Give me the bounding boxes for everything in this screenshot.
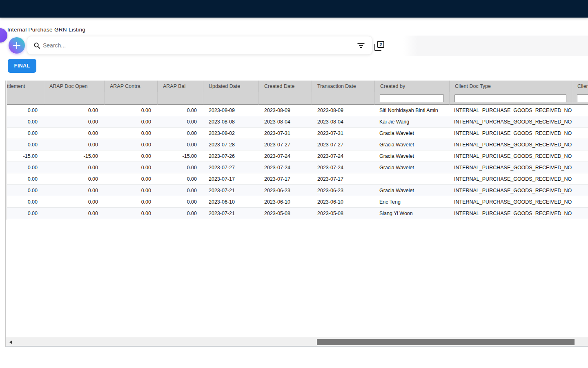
cell-arap-bal: 0.00 (157, 173, 203, 185)
cell-updated-date: 2023-07-26 (203, 150, 258, 162)
filter-2-icon[interactable]: 2 (374, 41, 384, 51)
cell-arap-contra: 0.00 (104, 162, 157, 173)
add-record-button[interactable] (9, 37, 25, 54)
filter-cell (157, 92, 203, 105)
cell-arap-doc-open: 0.00 (44, 185, 104, 196)
final-status-button[interactable]: FINAL (8, 59, 36, 73)
column-header[interactable]: Client Doc Type (449, 81, 572, 92)
top-navigation-bar (0, 0, 588, 18)
cell-created-by: Siti Norhidayah Binti Amin (374, 105, 449, 116)
column-header[interactable]: ARAP Doc Open (44, 81, 104, 92)
cell-settlement: 0.00 (7, 185, 44, 196)
filter-cell (449, 92, 572, 105)
cell-created-date: 2023-08-09 (258, 105, 312, 116)
table-row[interactable]: 0.00 0.00 0.00 0.00 2023-07-27 2023-07-2… (7, 162, 588, 173)
cell-client-doc-type: INTERNAL_PURCHASE_GOODS_RECEIVED_NOTE (449, 150, 572, 162)
filter-input-client[interactable] (577, 94, 588, 102)
cell-client (572, 116, 588, 128)
cell-client (572, 196, 588, 208)
cell-client (572, 150, 588, 162)
column-header[interactable]: Created by (374, 81, 449, 92)
cell-arap-bal: 0.00 (157, 139, 203, 150)
cell-settlement: 0.00 (7, 139, 44, 150)
cell-created-date: 2023-07-17 (258, 173, 312, 185)
cell-arap-doc-open: 0.00 (44, 105, 104, 116)
plus-icon (16, 42, 17, 49)
table-row[interactable]: -15.00 -15.00 0.00 -15.00 2023-07-26 202… (7, 150, 588, 162)
filter-cell (258, 92, 312, 105)
cell-client-doc-type: INTERNAL_PURCHASE_GOODS_RECEIVED_NOTE (449, 116, 572, 128)
cell-transaction-date: 2023-07-27 (312, 139, 374, 150)
cell-created-date: 2023-06-23 (258, 185, 312, 196)
filter-input-client-doc-type[interactable] (454, 94, 566, 102)
cell-settlement: -15.00 (7, 150, 44, 162)
cell-client (572, 173, 588, 185)
cell-created-by: Gracia Wavelet (374, 150, 449, 162)
cell-arap-contra: 0.00 (104, 116, 157, 128)
cell-updated-date: 2023-08-09 (203, 105, 258, 116)
column-header[interactable]: ARAP Contra (104, 81, 157, 92)
cell-transaction-date: 2023-06-23 (312, 185, 374, 196)
search-box[interactable] (27, 36, 372, 55)
table-row[interactable]: 0.00 0.00 0.00 0.00 2023-08-02 2023-07-3… (7, 128, 588, 139)
side-floating-button[interactable] (0, 28, 7, 43)
cell-updated-date: 2023-08-08 (203, 116, 258, 128)
column-header[interactable]: Transaction Date (312, 81, 374, 92)
cell-client-doc-type: INTERNAL_PURCHASE_GOODS_RECEIVED_NOTE (449, 185, 572, 196)
cell-arap-contra: 0.00 (104, 185, 157, 196)
filter-cell (44, 92, 104, 105)
table-row[interactable]: 0.00 0.00 0.00 0.00 2023-07-17 2023-07-1… (7, 173, 588, 185)
cell-client-doc-type: INTERNAL_PURCHASE_GOODS_RECEIVED_NOTE (449, 162, 572, 173)
cell-arap-bal: 0.00 (157, 105, 203, 116)
cell-arap-contra: 0.00 (104, 128, 157, 139)
filter-cell (374, 92, 449, 105)
column-header[interactable]: Client (572, 81, 588, 92)
horizontal-scrollbar[interactable] (6, 337, 588, 347)
cell-client (572, 208, 588, 219)
grid-body: 0.00 0.00 0.00 0.00 2023-08-09 2023-08-0… (7, 105, 588, 219)
column-header[interactable]: ttlement (7, 81, 44, 92)
cell-client (572, 185, 588, 196)
grid-filter-row (7, 92, 588, 105)
cell-client-doc-type: INTERNAL_PURCHASE_GOODS_RECEIVED_NOTE (449, 105, 572, 116)
cell-created-by (374, 173, 449, 185)
cell-arap-bal: -15.00 (157, 150, 203, 162)
front-sheet-icon: 2 (377, 41, 384, 48)
cell-created-date: 2023-05-08 (258, 208, 312, 219)
cell-settlement: 0.00 (7, 105, 44, 116)
table-row[interactable]: 0.00 0.00 0.00 0.00 2023-06-10 2023-06-1… (7, 196, 588, 208)
cell-arap-doc-open: 0.00 (44, 173, 104, 185)
filter-input-created-by[interactable] (380, 94, 444, 102)
cell-settlement: 0.00 (7, 173, 44, 185)
cell-created-by: Gracia Wavelet (374, 128, 449, 139)
column-header[interactable]: Created Date (258, 81, 312, 92)
cell-client (572, 162, 588, 173)
column-header[interactable]: ARAP Bal (157, 81, 203, 92)
filter-list-icon[interactable] (357, 43, 364, 48)
cell-created-date: 2023-08-04 (258, 116, 312, 128)
cell-transaction-date: 2023-08-09 (312, 105, 374, 116)
cell-updated-date: 2023-07-28 (203, 139, 258, 150)
cell-created-date: 2023-07-24 (258, 162, 312, 173)
cell-updated-date: 2023-07-21 (203, 185, 258, 196)
column-header[interactable]: Updated Date (203, 81, 258, 92)
cell-created-date: 2023-07-31 (258, 128, 312, 139)
table-row[interactable]: 0.00 0.00 0.00 0.00 2023-07-28 2023-07-2… (7, 139, 588, 150)
cell-settlement: 0.00 (7, 208, 44, 219)
cell-created-date: 2023-06-10 (258, 196, 312, 208)
table-row[interactable]: 0.00 0.00 0.00 0.00 2023-07-21 2023-06-2… (7, 185, 588, 196)
cell-created-by: Siang Yi Woon (374, 208, 449, 219)
cell-client (572, 128, 588, 139)
table-row[interactable]: 0.00 0.00 0.00 0.00 2023-07-21 2023-05-0… (7, 208, 588, 219)
filter-cell (7, 92, 44, 105)
table-row[interactable]: 0.00 0.00 0.00 0.00 2023-08-09 2023-08-0… (7, 105, 588, 116)
cell-transaction-date: 2023-07-24 (312, 150, 374, 162)
scrollbar-thumb[interactable] (317, 339, 575, 345)
cell-arap-bal: 0.00 (157, 208, 203, 219)
scroll-left-arrow-icon[interactable] (7, 339, 13, 345)
search-input[interactable] (43, 39, 357, 52)
cell-client-doc-type: INTERNAL_PURCHASE_GOODS_RECEIVED_NOTE (449, 196, 572, 208)
cell-client-doc-type: INTERNAL_PURCHASE_GOODS_RECEIVED_NOTE (449, 128, 572, 139)
cell-transaction-date: 2023-06-10 (312, 196, 374, 208)
table-row[interactable]: 0.00 0.00 0.00 0.00 2023-08-08 2023-08-0… (7, 116, 588, 128)
